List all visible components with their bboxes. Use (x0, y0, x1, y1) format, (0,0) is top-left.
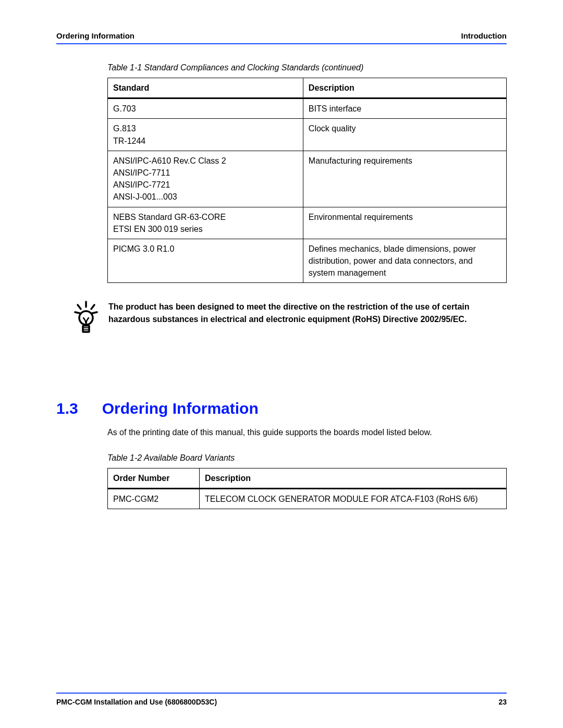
description-cell: BITS interface (303, 98, 506, 119)
table2-col1: Order Number (108, 468, 200, 488)
description-cell: Environmental requirements (303, 207, 506, 239)
description-cell: Clock quality (303, 119, 506, 151)
standards-table: Standard Description G.703BITS interface… (107, 78, 507, 283)
table-row: G.703BITS interface (108, 98, 507, 119)
table2-col2: Description (199, 468, 506, 488)
table1-caption: Table 1-1 Standard Compliances and Clock… (107, 63, 507, 72)
section-body-block: As of the printing date of this manual, … (107, 427, 507, 509)
table2-caption: Table 1-2 Available Board Variants (107, 453, 507, 463)
variants-table: Order Number Description PMC-CGM2TELECOM… (107, 468, 507, 509)
svg-rect-6 (83, 326, 89, 332)
order-number-cell: PMC-CGM2 (108, 489, 200, 509)
standard-cell: G.813 TR-1244 (108, 119, 303, 151)
table1-col1: Standard (108, 78, 303, 98)
page-header: Ordering Information Introduction (56, 31, 507, 44)
table-row: PMC-CGM2TELECOM CLOCK GENERATOR MODULE F… (108, 489, 507, 509)
page-footer: PMC-CGM Installation and Use (6806800D53… (56, 693, 507, 706)
svg-line-3 (75, 312, 80, 313)
standard-cell: NEBS Standard GR-63-CORE ETSI EN 300 019… (108, 207, 303, 239)
table-row: PICMG 3.0 R1.0Defines mechanics, blade d… (108, 239, 507, 283)
page: Ordering Information Introduction Table … (0, 0, 563, 728)
section-number: 1.3 (56, 400, 78, 417)
svg-line-4 (92, 312, 97, 313)
description-cell: TELECOM CLOCK GENERATOR MODULE FOR ATCA-… (199, 489, 506, 509)
rohs-note: The product has been designed to meet th… (74, 301, 507, 337)
standard-cell: PICMG 3.0 R1.0 (108, 239, 303, 283)
standard-cell: ANSI/IPC-A610 Rev.C Class 2 ANSI/IPC-771… (108, 151, 303, 207)
footer-left: PMC-CGM Installation and Use (6806800D53… (56, 698, 217, 706)
header-right: Introduction (461, 31, 507, 40)
section-title: Ordering Information (102, 400, 259, 417)
svg-line-2 (91, 305, 94, 309)
description-cell: Manufacturing requirements (303, 151, 506, 207)
svg-line-1 (78, 305, 81, 309)
description-cell: Defines mechanics, blade dimensions, pow… (303, 239, 506, 283)
section-heading: 1.3 Ordering Information (56, 400, 507, 417)
table-row: G.813 TR-1244Clock quality (108, 119, 507, 151)
header-left: Ordering Information (56, 31, 134, 40)
section-body-text: As of the printing date of this manual, … (107, 427, 507, 438)
table-row: NEBS Standard GR-63-CORE ETSI EN 300 019… (108, 207, 507, 239)
lightbulb-icon (74, 301, 98, 337)
table1-block: Table 1-1 Standard Compliances and Clock… (107, 63, 507, 283)
table1-col2: Description (303, 78, 506, 98)
footer-right: 23 (498, 698, 507, 706)
standard-cell: G.703 (108, 98, 303, 119)
rohs-note-text: The product has been designed to meet th… (108, 301, 507, 326)
table-row: ANSI/IPC-A610 Rev.C Class 2 ANSI/IPC-771… (108, 151, 507, 207)
